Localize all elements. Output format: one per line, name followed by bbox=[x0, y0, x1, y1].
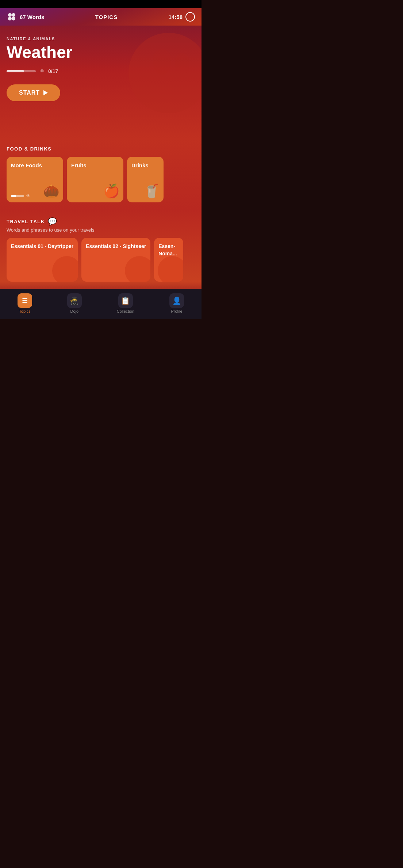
dojo-nav-icon-bg: 🥷 bbox=[67, 293, 82, 308]
nav-topics[interactable]: ☰ Topics bbox=[12, 292, 38, 315]
nav-profile[interactable]: 👤 Profile bbox=[164, 292, 190, 315]
more-foods-progress-fill bbox=[11, 195, 16, 197]
essentials-01-title: Essentials 01 - Daytripper bbox=[11, 243, 73, 249]
nav-collection[interactable]: 📋 Collection bbox=[111, 292, 140, 315]
profile-nav-icon-bg: 👤 bbox=[169, 293, 184, 308]
drinks-card[interactable]: Drinks 🥤 bbox=[127, 157, 164, 202]
collection-nav-icon: 📋 bbox=[121, 296, 130, 305]
svg-point-2 bbox=[8, 17, 12, 20]
more-foods-title: More Foods bbox=[11, 162, 42, 168]
header-time: 14:58 bbox=[169, 14, 183, 20]
section-filler bbox=[0, 282, 202, 289]
speech-bubble-icon: 💬 bbox=[48, 217, 57, 226]
more-foods-progress-bar bbox=[11, 195, 24, 197]
bottom-nav: ☰ Topics 🥷 Dojo 📋 Collection 👤 Profile bbox=[0, 289, 202, 319]
hero-category: NATURE & ANIMALS bbox=[7, 37, 195, 41]
header-left: 67 Words bbox=[7, 12, 44, 22]
more-foods-icon: 🌰 bbox=[43, 183, 60, 199]
drinks-title: Drinks bbox=[131, 162, 149, 168]
play-arrow-icon bbox=[43, 90, 48, 95]
hero-eye-icon: 👁 bbox=[39, 68, 45, 74]
card-bg-shape-2 bbox=[125, 256, 150, 282]
fruits-title: Fruits bbox=[71, 162, 87, 168]
topics-nav-label: Topics bbox=[19, 309, 30, 313]
hero-progress-text: 0/17 bbox=[48, 68, 58, 74]
start-button[interactable]: START bbox=[7, 84, 60, 101]
status-bar bbox=[0, 0, 202, 8]
svg-point-1 bbox=[12, 13, 15, 17]
dojo-nav-label: Dojo bbox=[70, 309, 79, 313]
food-section-title: FOOD & DRINKS bbox=[7, 146, 195, 152]
travel-section-title: TRAVEL TALK bbox=[7, 219, 45, 224]
header: 67 Words TOPICS 14:58 bbox=[0, 8, 202, 26]
dojo-nav-icon: 🥷 bbox=[70, 296, 79, 305]
svg-point-3 bbox=[12, 17, 15, 20]
profile-nav-label: Profile bbox=[171, 309, 182, 313]
essentials-02-title: Essentials 02 - Sightseer bbox=[86, 243, 146, 249]
words-count: 67 Words bbox=[20, 14, 44, 20]
essentials-01-card[interactable]: Essentials 01 - Daytripper bbox=[7, 238, 78, 282]
hero-progress-bar-bg bbox=[7, 70, 36, 72]
topics-nav-icon-bg: ☰ bbox=[18, 293, 32, 308]
essentials-02-card[interactable]: Essentials 02 - Sightseer bbox=[81, 238, 150, 282]
collection-nav-label: Collection bbox=[117, 309, 134, 313]
collection-nav-icon-bg: 📋 bbox=[118, 293, 133, 308]
card-bg-shape-3 bbox=[158, 256, 183, 282]
more-foods-eye-icon: 👁 bbox=[26, 194, 30, 198]
travel-title-row: TRAVEL TALK 💬 bbox=[7, 217, 195, 226]
bg-decoration bbox=[152, 47, 191, 76]
travel-talk-section: TRAVEL TALK 💬 Words and phrases to use o… bbox=[0, 210, 202, 282]
drinks-icon: 🥤 bbox=[143, 183, 160, 199]
food-drinks-section: FOOD & DRINKS More Foods 👁 🌰 Fruits 🍎 Dr… bbox=[0, 139, 202, 210]
fruits-icon: 🍎 bbox=[103, 183, 120, 199]
svg-point-0 bbox=[8, 13, 12, 17]
fruits-card[interactable]: Fruits 🍎 bbox=[67, 157, 123, 202]
app-logo-icon bbox=[7, 12, 17, 22]
header-title: TOPICS bbox=[95, 14, 118, 20]
hero-section: NATURE & ANIMALS Weather 👁 0/17 START bbox=[0, 26, 202, 139]
card-bg-shape-1 bbox=[52, 256, 78, 282]
more-foods-progress-row: 👁 bbox=[11, 194, 30, 198]
travel-subtitle: Words and phrases to use on your travels bbox=[7, 227, 195, 233]
essentials-03-title: Essen-Noma... bbox=[158, 243, 177, 256]
nav-dojo[interactable]: 🥷 Dojo bbox=[61, 292, 88, 315]
profile-nav-icon: 👤 bbox=[172, 296, 181, 305]
more-foods-card[interactable]: More Foods 👁 🌰 bbox=[7, 157, 63, 202]
essentials-03-card[interactable]: Essen-Noma... bbox=[154, 238, 183, 282]
hero-progress-bar-fill bbox=[7, 70, 24, 72]
topics-nav-icon: ☰ bbox=[22, 297, 28, 305]
profile-circle-icon[interactable] bbox=[185, 12, 195, 22]
travel-cards-row: Essentials 01 - Daytripper Essentials 02… bbox=[7, 238, 195, 282]
start-button-label: START bbox=[19, 90, 40, 96]
food-cards-row: More Foods 👁 🌰 Fruits 🍎 Drinks 🥤 bbox=[7, 157, 195, 206]
header-right: 14:58 bbox=[169, 12, 195, 22]
